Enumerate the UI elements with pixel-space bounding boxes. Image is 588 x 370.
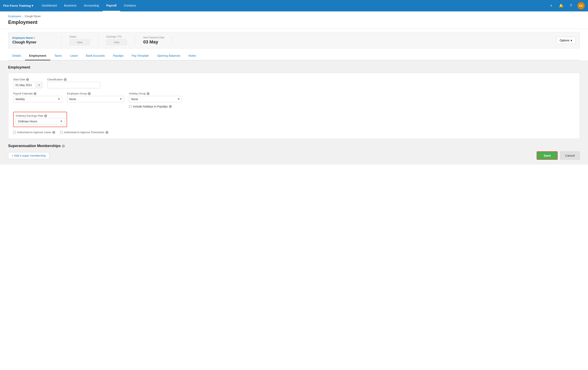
salary-view-button[interactable]: View bbox=[70, 39, 90, 45]
add-super-membership-button[interactable]: + Add a super membership bbox=[8, 152, 49, 159]
start-date-dropdown-arrow[interactable]: ▼ bbox=[36, 83, 42, 88]
employee-info-bar: Employee Name ▾ Clough Ryner Salary View… bbox=[8, 32, 580, 48]
start-date-group: Start Date ? ▼ bbox=[13, 78, 42, 88]
nav-business[interactable]: Business bbox=[61, 0, 80, 11]
start-date-help-icon[interactable]: ? bbox=[26, 78, 29, 81]
employee-name-value: Clough Ryner bbox=[12, 40, 55, 44]
classification-input[interactable] bbox=[47, 82, 100, 88]
employment-form-card: Start Date ? ▼ Classification ? bbox=[8, 73, 580, 139]
auth-timesheets-help-icon[interactable]: ? bbox=[105, 131, 108, 134]
brand-logo[interactable]: Fire Force Training ▾ bbox=[3, 4, 33, 8]
include-holidays-help-icon[interactable]: ? bbox=[169, 105, 172, 108]
ordinary-earnings-select[interactable]: Ordinary Hours bbox=[16, 118, 64, 125]
tab-details[interactable]: Details bbox=[8, 52, 25, 60]
nav-right-actions: + 🔔 ? CC bbox=[548, 2, 585, 9]
employee-group-label: Employee Group ? bbox=[67, 92, 124, 95]
payroll-calendar-group: Payroll Calendar ? Weekly Fortnightly Mo… bbox=[13, 92, 62, 102]
tab-pay-template[interactable]: Pay Template bbox=[127, 52, 153, 60]
start-date-label: Start Date ? bbox=[13, 78, 42, 81]
classification-group: Classification ? bbox=[47, 78, 100, 88]
breadcrumb: Employees › Clough Ryner bbox=[8, 15, 580, 18]
breadcrumb-current: Clough Ryner bbox=[25, 15, 41, 18]
ordinary-earnings-help-icon[interactable]: ? bbox=[44, 114, 47, 117]
super-help-icon[interactable]: ? bbox=[62, 145, 65, 147]
cancel-button[interactable]: Cancel bbox=[560, 151, 580, 160]
breadcrumb-parent[interactable]: Employees bbox=[8, 15, 21, 18]
include-holidays-label: Include holidays in Payslips bbox=[133, 105, 168, 108]
tab-bank-accounts[interactable]: Bank Accounts bbox=[82, 52, 109, 60]
auth-leave-checkbox[interactable] bbox=[13, 131, 16, 134]
page-title: Employment bbox=[8, 19, 580, 27]
auth-checkboxes-row: Authorised to Approve Leave ? Authorised… bbox=[13, 131, 575, 134]
start-date-input-wrapper: ▼ bbox=[13, 82, 42, 88]
nav-dashboard[interactable]: Dashboard bbox=[38, 0, 60, 11]
employee-name-label[interactable]: Employee Name ▾ bbox=[12, 36, 55, 39]
tab-payslips[interactable]: Payslips bbox=[109, 52, 127, 60]
earnings-view-button[interactable]: View bbox=[106, 39, 127, 45]
start-date-input[interactable] bbox=[13, 82, 36, 88]
employee-salary-section: Salary View bbox=[61, 35, 98, 45]
include-holidays-checkbox[interactable] bbox=[129, 105, 132, 108]
employee-options: Options ▾ bbox=[556, 37, 576, 44]
help-icon[interactable]: ? bbox=[568, 2, 574, 9]
add-button[interactable]: + bbox=[548, 2, 555, 9]
ordinary-earnings-label: Ordinary Earnings Rate ? bbox=[16, 114, 64, 117]
tab-opening-balances[interactable]: Opening Balances bbox=[153, 52, 184, 60]
nav-contacts[interactable]: Contacts bbox=[120, 0, 140, 11]
employee-name-section: Employee Name ▾ Clough Ryner bbox=[12, 36, 61, 44]
ordinary-earnings-group: Ordinary Earnings Rate ? Ordinary Hours bbox=[13, 112, 67, 127]
employee-group-select[interactable]: None bbox=[67, 96, 124, 102]
payroll-calendar-label: Payroll Calendar ? bbox=[13, 92, 62, 95]
tab-employment[interactable]: Employment bbox=[25, 52, 50, 60]
top-navigation: Fire Force Training ▾ Dashboard Business… bbox=[0, 0, 588, 11]
employment-section-title: Employment bbox=[8, 65, 580, 70]
super-section-title: Superannuation Memberships ? bbox=[8, 144, 580, 148]
payroll-calendar-select[interactable]: Weekly Fortnightly Monthly bbox=[13, 96, 62, 102]
auth-leave-checkbox-label[interactable]: Authorised to Approve Leave ? bbox=[13, 131, 55, 134]
auth-timesheets-checkbox-label[interactable]: Authorised to Approve Timesheets ? bbox=[60, 131, 108, 134]
brand-name: Fire Force Training ▾ bbox=[3, 4, 33, 8]
auth-timesheets-label: Authorised to Approve Timesheets bbox=[64, 131, 104, 134]
content-area: Employment Start Date ? ▼ Class bbox=[0, 60, 588, 165]
payment-date-label: Next Payment Date bbox=[143, 36, 164, 39]
employee-group-group: Employee Group ? None bbox=[67, 92, 124, 102]
tab-leave[interactable]: Leave bbox=[66, 52, 82, 60]
nav-payroll[interactable]: Payroll bbox=[103, 0, 120, 11]
earnings-label: Earnings YTD bbox=[106, 35, 127, 38]
save-button[interactable]: Save bbox=[537, 151, 558, 160]
holiday-group-label: Holiday Group ? bbox=[129, 92, 182, 95]
user-avatar[interactable]: CC bbox=[578, 2, 585, 9]
nav-links: Dashboard Business Accounting Payroll Co… bbox=[38, 0, 546, 11]
options-button[interactable]: Options ▾ bbox=[556, 37, 576, 44]
payment-date-value: 03 May bbox=[143, 39, 164, 45]
payroll-calendar-help-icon[interactable]: ? bbox=[34, 92, 36, 95]
employee-payment-section: Next Payment Date 03 May bbox=[135, 36, 173, 45]
holiday-group-group: Holiday Group ? None Include holidays in… bbox=[129, 92, 182, 108]
tabs-bar: Details Employment Taxes Leave Bank Acco… bbox=[8, 52, 580, 60]
classification-label: Classification ? bbox=[47, 78, 100, 81]
page-wrapper: Employees › Clough Ryner Employment Empl… bbox=[0, 11, 588, 370]
payroll-calendar-row: Payroll Calendar ? Weekly Fortnightly Mo… bbox=[13, 92, 575, 108]
auth-timesheets-checkbox[interactable] bbox=[60, 131, 63, 134]
superannuation-section: Superannuation Memberships ? + Add a sup… bbox=[8, 144, 580, 160]
sort-icon: ▾ bbox=[34, 37, 35, 39]
ordinary-earnings-row: Ordinary Earnings Rate ? Ordinary Hours bbox=[13, 112, 575, 127]
breadcrumb-separator: › bbox=[22, 15, 23, 18]
holiday-group-help-icon[interactable]: ? bbox=[147, 92, 149, 95]
salary-label: Salary bbox=[70, 35, 90, 38]
employee-earnings-section: Earnings YTD View bbox=[98, 35, 135, 45]
tab-taxes[interactable]: Taxes bbox=[50, 52, 66, 60]
auth-leave-label: Authorised to Approve Leave bbox=[17, 131, 51, 134]
options-dropdown-icon: ▾ bbox=[571, 39, 572, 42]
action-row: Save Cancel bbox=[537, 151, 580, 160]
start-date-classification-row: Start Date ? ▼ Classification ? bbox=[13, 78, 575, 88]
bell-icon[interactable]: 🔔 bbox=[558, 2, 564, 9]
holiday-group-select[interactable]: None bbox=[129, 96, 182, 102]
page-header: Employees › Clough Ryner Employment bbox=[0, 11, 588, 29]
auth-leave-help-icon[interactable]: ? bbox=[52, 131, 55, 134]
nav-accounting[interactable]: Accounting bbox=[80, 0, 103, 11]
tab-notes[interactable]: Notes bbox=[184, 52, 200, 60]
classification-help-icon[interactable]: ? bbox=[64, 78, 67, 81]
employee-group-help-icon[interactable]: ? bbox=[88, 92, 91, 95]
